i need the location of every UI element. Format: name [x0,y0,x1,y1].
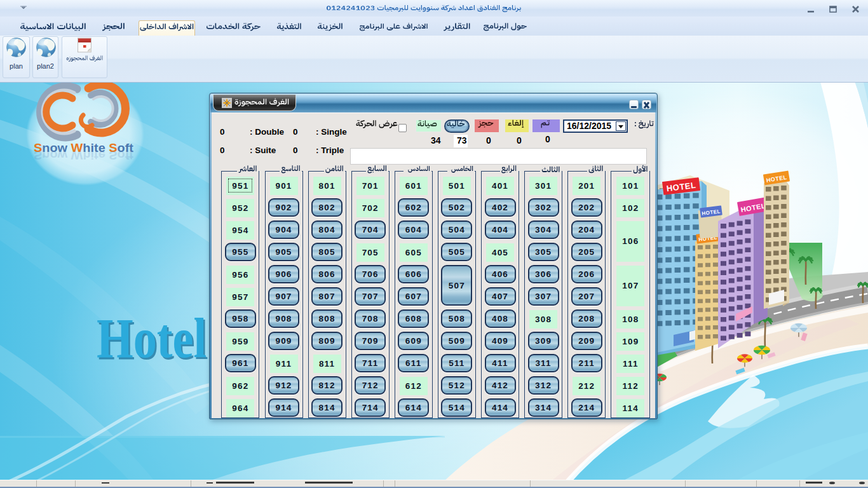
svg-text:Hotel: Hotel [97,308,207,369]
svg-text:Snow White Soft: Snow White Soft [34,149,133,161]
